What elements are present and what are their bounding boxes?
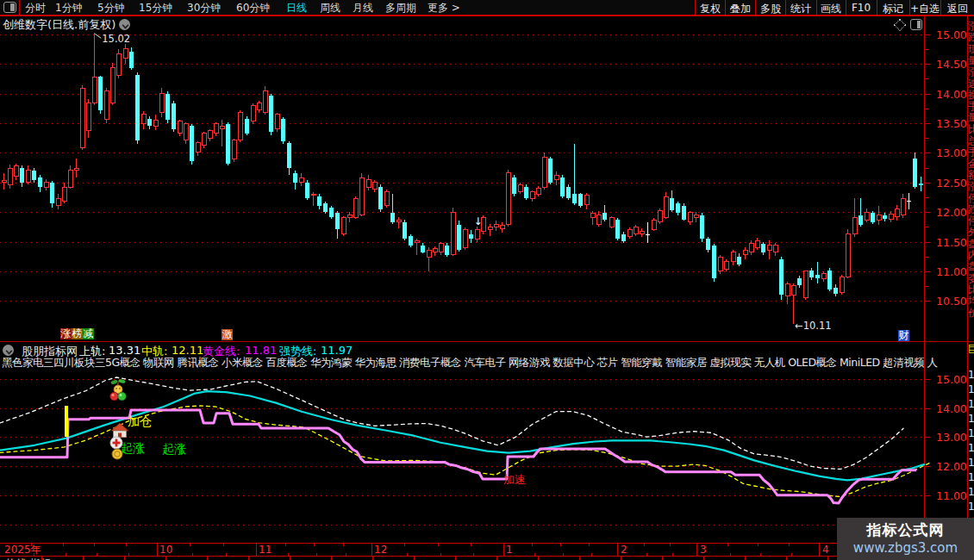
- watermark-title: 指标公式网: [837, 520, 974, 540]
- fruit-icon: [110, 379, 127, 401]
- x-axis-label-6: 2: [621, 544, 627, 556]
- x-axis-label-1: 2025年: [4, 544, 41, 556]
- x-axis-label-4: 12: [374, 544, 387, 556]
- high-price-label: 15.02: [102, 33, 130, 45]
- signal-bar: [65, 406, 68, 437]
- candlesticks: [2, 33, 923, 324]
- main-y-axis-label: 13.50: [936, 117, 967, 130]
- concept-tags-row[interactable]: 黑色家电三四川板块三5G概念 物联网 腾讯概念 小米概念 百度概念 华为鸿蒙 华…: [2, 356, 967, 369]
- x-axis-label-2: 10: [159, 544, 172, 556]
- indicator-y-axis-label: 15.00: [936, 373, 967, 386]
- clipped-right-panel: 涨跌现量涨速换手量比总手金额涨停跌停外盘内盘委比均价巨1111111111: [968, 16, 974, 556]
- rank-badge: 涨榜减: [60, 328, 94, 339]
- house-icon: [111, 423, 128, 438]
- indicator-y-axis-label: 13.00: [936, 431, 967, 444]
- charts-canvas: 15.0014.5014.0013.5013.0012.5012.0011.50…: [0, 0, 974, 560]
- x-axis-label-7: 3: [700, 544, 707, 556]
- gold-coin-icon: [112, 449, 122, 459]
- indicator-y-axis-label: 12.00: [936, 460, 967, 473]
- main-y-axis-label: 15.00: [936, 28, 967, 41]
- main-y-axis-label: 14.50: [936, 58, 967, 71]
- indicator-y-axis-label: 14.00: [936, 402, 967, 415]
- low-price-label: ←10.11: [795, 320, 832, 332]
- x-axis-label-8: 4: [822, 544, 829, 556]
- signal-text-2: 起涨: [121, 441, 145, 455]
- watermark: 指标公式网 www.zbgs3.com: [837, 518, 974, 560]
- indicator-y-axis-label: 11.00: [936, 489, 967, 502]
- main-y-axis-label: 10.50: [936, 295, 967, 308]
- signal-text-4: 加速: [503, 473, 526, 486]
- clipped-bottom-row: 均线 指标: [0, 557, 967, 560]
- cai-badge: 财: [898, 330, 909, 341]
- indicator-collapse-icon[interactable]: [3, 345, 14, 356]
- main-y-axis-label: 13.00: [936, 146, 967, 159]
- main-y-axis-label: 14.00: [936, 88, 967, 101]
- signal-text-1: 加仓: [128, 414, 152, 428]
- x-axis-label-5: 1: [506, 544, 513, 556]
- ji-badge: 激: [222, 329, 233, 340]
- cross-coin-icon: [110, 437, 122, 449]
- app-window: 分时1分钟5分钟15分钟30分钟60分钟日线周线月线多周期更多 >复权叠加多股统…: [0, 0, 974, 560]
- main-y-axis-label: 12.00: [936, 206, 967, 219]
- x-axis-label-3: 11: [259, 544, 272, 556]
- main-y-axis-label: 11.50: [936, 236, 967, 249]
- indicator-field-value-2: 12.11: [172, 344, 203, 357]
- watermark-url: www.zbgs3.com: [837, 540, 974, 556]
- indicator-field-value-4: 11.97: [321, 344, 353, 357]
- down-arrow-mark: ↓: [473, 215, 482, 227]
- indicator-field-value-3: 11.81: [245, 344, 277, 357]
- indicator-field-value-1: 13.31: [109, 344, 140, 357]
- main-y-axis-label: 11.00: [936, 265, 967, 278]
- main-y-axis-label: 12.50: [936, 177, 967, 190]
- signal-text-3: 起涨: [162, 442, 186, 456]
